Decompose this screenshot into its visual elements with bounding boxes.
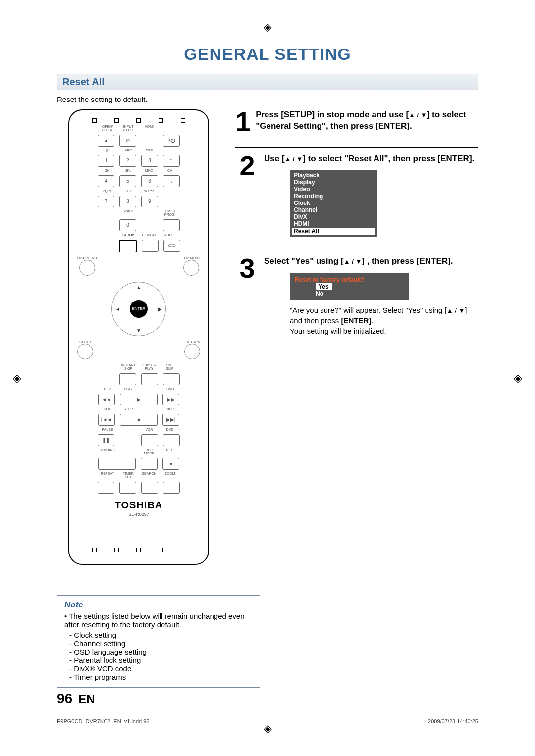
- page-title: GENERAL SETTING: [57, 45, 478, 64]
- step-1: 1 Press [SETUP] in stop mode and use [▲ …: [235, 109, 478, 134]
- two-column-layout: OPEN/ CLOSEINPUT SELECTHDMI ▲⊙I/⏻ .@/:AB…: [57, 109, 478, 565]
- display-button: [142, 240, 159, 252]
- enter-button: ENTER: [130, 300, 148, 318]
- arrow-down-icon: ▼: [136, 328, 141, 333]
- arrow-up-down-icon: ▲ / ▼: [409, 111, 427, 120]
- step-number: 2: [235, 153, 259, 178]
- confirm-dialog: Reset to factory default? Yes No: [290, 273, 409, 300]
- onscreen-menu: PlaybackDisplayVideoRecordingClockChanne…: [290, 170, 377, 237]
- ch-up-button: ⌃: [163, 155, 180, 167]
- vcr-button: [141, 434, 158, 446]
- note-title: Note: [64, 600, 253, 610]
- rec-mode-button: [141, 458, 158, 470]
- note-lead: • The settings listed below will remain …: [64, 612, 253, 629]
- page-number: 96EN: [57, 691, 95, 706]
- key-2: 2: [119, 155, 136, 167]
- footer: E9PG0CD_DVR7KC2_EN_v1.indd 96 2009/07/23…: [57, 718, 478, 724]
- direction-pad: ENTER ▲ ▼ ◄ ▶: [111, 282, 166, 336]
- key-9: 9: [141, 196, 158, 207]
- timer-set-button: [119, 482, 136, 494]
- audio-button: ⊂⊃: [163, 240, 180, 252]
- open-close-button: ▲: [98, 135, 114, 147]
- model-number: SE-R0297: [74, 512, 203, 517]
- step-text: Press [SETUP] in stop mode and use [▲ / …: [256, 109, 478, 132]
- dialog-option-yes: Yes: [316, 283, 332, 290]
- input-select-button: ⊙: [119, 135, 136, 147]
- zoom-button: [163, 482, 180, 494]
- menu-item: Playback: [294, 172, 373, 179]
- rec-button: ●: [162, 458, 179, 470]
- clear-button: [77, 344, 93, 359]
- skip-fwd-button: ▶▶|: [162, 414, 179, 426]
- menu-item: Video: [294, 186, 373, 193]
- rev-button: ◄◄: [98, 394, 115, 405]
- step-2: 2 Use [▲ / ▼] to select "Reset All", the…: [235, 147, 478, 237]
- note-item: - Parental lock setting: [69, 656, 253, 664]
- crop-mark: [39, 15, 39, 44]
- dubbing-button: [98, 458, 136, 470]
- remote-bottom-dots: [74, 548, 203, 552]
- menu-item: HDMI: [294, 220, 373, 227]
- key-6: 6: [141, 175, 158, 187]
- skip-back-button: |◄◄: [98, 414, 115, 426]
- key-8: 8: [119, 196, 136, 207]
- crop-mark: [496, 712, 496, 741]
- manual-page: ◈ ◈ ◈ ◈ GENERAL SETTING Reset All Reset …: [0, 0, 535, 756]
- stop-button: ■: [120, 414, 158, 426]
- arrow-right-icon: ▶: [158, 306, 162, 312]
- note-item: - DivX® VOD code: [69, 664, 253, 673]
- crop-mark: [496, 15, 496, 44]
- menu-item: Clock: [294, 200, 373, 206]
- dvd-button: [163, 434, 180, 446]
- arrow-up-down-icon: ▲ / ▼: [447, 306, 465, 315]
- note-list: - Clock setting- Channel setting- OSD la…: [69, 631, 253, 681]
- disc-menu-button: [79, 260, 95, 276]
- timer-prog-button: [163, 219, 180, 231]
- key-3: 3: [141, 155, 158, 167]
- arrow-up-icon: ▲: [136, 285, 141, 290]
- step-text: Select "Yes" using [▲ / ▼] , then press …: [264, 256, 478, 267]
- setup-button: [119, 240, 137, 252]
- top-menu-button: [183, 260, 199, 276]
- menu-item: DivX: [294, 213, 373, 220]
- right-column: 1 Press [SETUP] in stop mode and use [▲ …: [235, 109, 478, 565]
- crop-mark: [496, 712, 525, 712]
- left-column: OPEN/ CLOSEINPUT SELECTHDMI ▲⊙I/⏻ .@/:AB…: [57, 109, 220, 565]
- menu-item: Reset All: [292, 228, 375, 235]
- dialog-question: Reset to factory default?: [295, 276, 404, 283]
- crop-mark: [496, 44, 525, 44]
- power-button: I/⏻: [163, 135, 180, 147]
- note-item: - OSD language setting: [69, 648, 253, 656]
- key-4: 4: [98, 175, 114, 187]
- remote-top-dots: [74, 118, 203, 123]
- registration-mark-icon: ◈: [514, 372, 522, 385]
- menu-item: Display: [294, 179, 373, 186]
- remote-control-diagram: OPEN/ CLOSEINPUT SELECTHDMI ▲⊙I/⏻ .@/:AB…: [68, 109, 209, 565]
- pause-button: ❚❚: [98, 434, 114, 446]
- section-header: Reset All: [57, 74, 478, 90]
- note-item: - Clock setting: [69, 631, 253, 639]
- section-title: Reset All: [62, 76, 105, 87]
- note-item: - Timer programs: [69, 673, 253, 681]
- fwd-button: ▶▶: [162, 394, 179, 405]
- crop-mark: [10, 712, 39, 712]
- key-5: 5: [119, 175, 136, 187]
- registration-mark-icon: ◈: [13, 372, 176, 385]
- dialog-option-no: No: [316, 290, 404, 297]
- arrow-up-down-icon: ▲ / ▼: [285, 155, 303, 164]
- step-number: 3: [235, 256, 259, 281]
- footer-file: E9PG0CD_DVR7KC2_EN_v1.indd 96: [57, 718, 150, 724]
- key-1: 1: [98, 155, 114, 167]
- menu-item: Recording: [294, 193, 373, 200]
- step-3: 3 Select "Yes" using [▲ / ▼] , then pres…: [235, 250, 478, 336]
- arrow-left-icon: ◄: [115, 306, 120, 312]
- arrow-up-down-icon: ▲ / ▼: [344, 257, 362, 266]
- step-text: Use [▲ / ▼] to select "Reset All", then …: [264, 153, 478, 165]
- play-button: ▶: [120, 394, 158, 405]
- note-item: - Channel setting: [69, 639, 253, 648]
- footer-timestamp: 2009/07/23 14:40:25: [428, 718, 478, 724]
- note-box: Note • The settings listed below will re…: [57, 595, 260, 688]
- after-text: "Are you sure?" will appear. Select "Yes…: [290, 305, 478, 336]
- registration-mark-icon: ◈: [264, 21, 272, 34]
- menu-item: Channel: [294, 206, 373, 213]
